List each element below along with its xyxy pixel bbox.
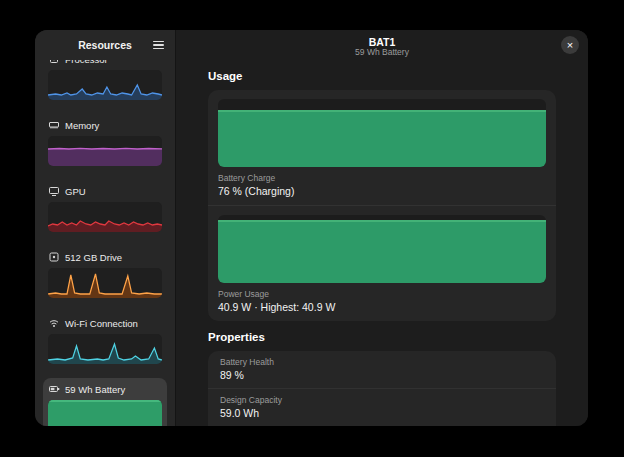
hamburger-icon — [153, 41, 164, 43]
sidebar: Resources Processor — [35, 30, 176, 426]
app-title: Resources — [78, 39, 132, 51]
sidebar-item-wifi[interactable]: Wi-Fi Connection — [43, 312, 167, 369]
drive-icon — [48, 251, 60, 263]
sidebar-item-memory[interactable]: Memory — [43, 114, 167, 171]
properties-heading: Properties — [208, 331, 556, 343]
memory-icon — [48, 119, 60, 131]
content-area: Usage Battery Charge 76 % (Charging) Pow… — [176, 60, 588, 426]
battery-charge-fill — [218, 110, 546, 167]
page-title-group: BAT1 59 Wh Battery — [355, 36, 409, 58]
sidebar-item-processor[interactable]: Processor — [43, 60, 167, 105]
power-usage-row: Power Usage 40.9 W · Highest: 40.9 W — [208, 205, 556, 321]
power-usage-fill — [218, 220, 546, 283]
sidebar-item-drive[interactable]: 512 GB Drive — [43, 246, 167, 303]
battery-charge-graph — [218, 99, 546, 167]
sidebar-item-label: 59 Wh Battery — [65, 384, 125, 395]
page-subtitle: 59 Wh Battery — [355, 48, 409, 58]
sidebar-item-label: Processor — [65, 60, 108, 65]
power-usage-label: Power Usage — [218, 289, 546, 299]
close-button[interactable]: × — [561, 36, 579, 54]
wifi-icon — [48, 317, 60, 329]
sidebar-header: Resources — [35, 30, 175, 60]
gpu-chart — [48, 202, 162, 232]
main-header: BAT1 59 Wh Battery × — [176, 30, 588, 60]
cpu-icon — [48, 60, 60, 65]
main-panel: BAT1 59 Wh Battery × Usage Battery Charg… — [176, 30, 588, 426]
property-row-battery-health: Battery Health 89 % — [208, 351, 556, 388]
sidebar-item-label: 512 GB Drive — [65, 252, 122, 263]
menu-button[interactable] — [149, 37, 167, 53]
sidebar-list: Processor Memory — [35, 60, 175, 426]
usage-card: Battery Charge 76 % (Charging) Power Usa… — [208, 90, 556, 321]
memory-chart — [48, 136, 162, 166]
gpu-icon — [48, 185, 60, 197]
sidebar-item-battery[interactable]: 59 Wh Battery — [43, 378, 167, 426]
sidebar-item-label: GPU — [65, 186, 86, 197]
battery-icon — [48, 383, 60, 395]
power-usage-graph — [218, 215, 546, 283]
usage-heading: Usage — [208, 70, 556, 82]
battery-charge-row: Battery Charge 76 % (Charging) — [208, 90, 556, 205]
battery-charge-value: 76 % (Charging) — [218, 185, 546, 197]
processor-chart — [48, 70, 162, 100]
property-row-design-capacity: Design Capacity 59.0 Wh — [208, 388, 556, 426]
battery-chart — [48, 400, 162, 426]
resources-window: Resources Processor — [35, 30, 588, 426]
sidebar-item-label: Memory — [65, 120, 99, 131]
battery-charge-label: Battery Charge — [218, 173, 546, 183]
sidebar-item-gpu[interactable]: GPU — [43, 180, 167, 237]
sidebar-item-label: Wi-Fi Connection — [65, 318, 138, 329]
close-icon: × — [567, 39, 573, 51]
properties-card: Battery Health 89 % Design Capacity 59.0… — [208, 351, 556, 426]
power-usage-value: 40.9 W · Highest: 40.9 W — [218, 301, 546, 313]
wifi-chart — [48, 334, 162, 364]
drive-chart — [48, 268, 162, 298]
